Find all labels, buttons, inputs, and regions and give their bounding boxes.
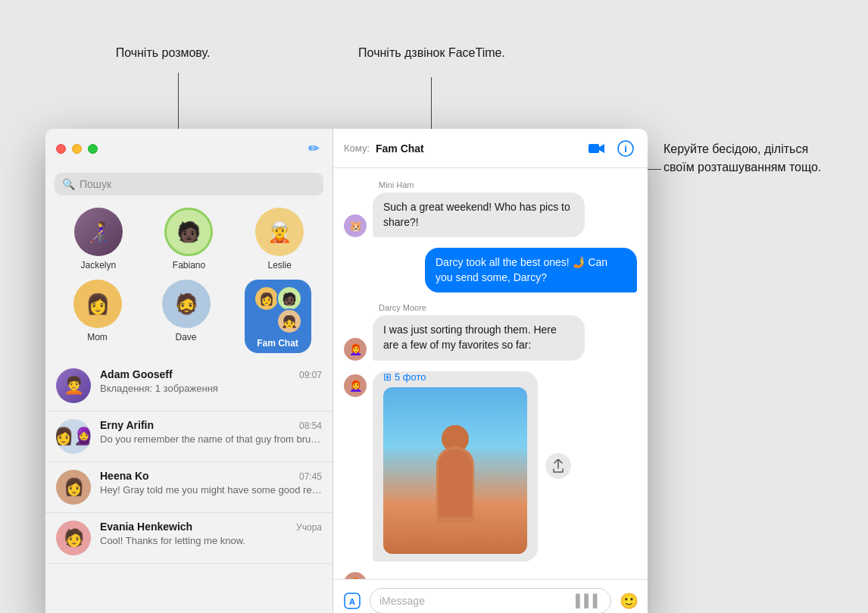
- photo-bubble-wrapper: ⊞ 5 фото: [373, 371, 538, 561]
- chat-to-label: Кому:: [344, 142, 370, 154]
- conv-time-heena: 07:45: [299, 471, 322, 482]
- avatar-heena: 👩: [56, 470, 91, 505]
- avatar-evania: 🧑: [56, 521, 91, 555]
- conv-time-erny: 08:54: [299, 421, 322, 431]
- conv-time-evania: Учора: [296, 522, 322, 533]
- message-input[interactable]: iMessage ▌▌▌: [370, 588, 611, 614]
- avatar-darcy-bottom: 👩‍🦰: [344, 572, 367, 579]
- group-avatar-famchat: 👩 🧑🏿 👧: [254, 286, 302, 334]
- photo-link[interactable]: ⊞ 5 фото: [373, 371, 538, 387]
- grid-icon: ⊞: [383, 371, 392, 383]
- info-button[interactable]: i: [614, 137, 637, 160]
- pinned-contact-leslie[interactable]: 🧝 Leslie: [249, 208, 310, 271]
- conversation-list: 🧑‍🦱 Adam Gooseff 09:07 Вкладення: 1 зобр…: [45, 361, 333, 613]
- bubble-miniham: Such a great weekend! Who has pics to sh…: [373, 192, 585, 237]
- facetime-button[interactable]: [585, 137, 608, 160]
- svg-text:i: i: [624, 143, 627, 155]
- message-photos: 👩‍🦰 ⊞ 5 фото: [344, 371, 637, 561]
- avatar-darcy: 👩‍🦰: [344, 338, 367, 361]
- avatar-wrapper-fabiano: 🧑🏿: [164, 208, 213, 256]
- pinned-contact-famchat[interactable]: 👩 🧑🏿 👧 Fam Chat: [245, 280, 311, 353]
- pinned-label-mom: Mom: [87, 332, 108, 342]
- conv-preview-erny: Do you remember the name of that guy fro…: [100, 433, 322, 445]
- photo-msg-row: 👩‍🦰 ⊞ 5 фото: [344, 371, 637, 561]
- minimize-button[interactable]: [72, 144, 82, 154]
- titlebar: ✏: [45, 129, 333, 168]
- photo-bubble: ⊞ 5 фото: [373, 371, 538, 561]
- conv-time-adam: 09:07: [299, 370, 322, 380]
- maximize-button[interactable]: [88, 144, 98, 154]
- sender-name-miniham: Mini Ham: [379, 180, 637, 189]
- pinned-label-fabiano: Fabiano: [173, 260, 205, 271]
- sender-name-darcy: Darcy Moore: [379, 303, 637, 312]
- conv-header-heena: Heena Ko 07:45: [100, 470, 322, 482]
- pinned-contact-dave[interactable]: 🧔 Dave: [156, 280, 217, 353]
- conv-preview-adam: Вкладення: 1 зображення: [100, 383, 322, 394]
- share-button[interactable]: [545, 453, 571, 479]
- message-placeholder: iMessage: [379, 595, 571, 607]
- conv-body-heena: Heena Ko 07:45 Hey! Gray told me you mig…: [100, 470, 322, 496]
- avatar-darcy-photo: 👩‍🦰: [344, 374, 367, 397]
- avatar-dave: 🧔: [162, 280, 211, 328]
- photo-preview: [383, 387, 527, 554]
- avatar-adam: 🧑‍🦱: [56, 368, 91, 403]
- sidebar: ✏ 🔍 Пошук 👩‍🦯 Jackelyn: [45, 129, 333, 613]
- avatar-wrapper-leslie: 🧝: [255, 208, 304, 256]
- pinned-label-jackelyn: Jackelyn: [80, 260, 116, 271]
- svg-text:A: A: [349, 596, 355, 605]
- bubble-outgoing: Darcy took all the best ones! 🤳 Can you …: [425, 248, 637, 292]
- avatar-miniham: 🐹: [344, 214, 367, 237]
- share-icon: [552, 459, 564, 473]
- chat-area: Кому: Fam Chat i: [333, 129, 648, 613]
- conv-body-evania: Evania Henkewich Учора Cool! Thanks for …: [100, 521, 322, 546]
- pinned-label-dave: Dave: [175, 332, 196, 342]
- msg-row-outgoing: Darcy took all the best ones! 🤳 Can you …: [344, 248, 637, 292]
- message-miniham: Mini Ham 🐹 Such a great weekend! Who has…: [344, 180, 637, 237]
- pinned-label-leslie: Leslie: [267, 260, 291, 271]
- conversation-item-evania[interactable]: 🧑 Evania Henkewich Учора Cool! Thanks fo…: [45, 513, 333, 564]
- pinned-contact-fabiano[interactable]: 🧑🏿 Fabiano: [158, 208, 219, 271]
- chat-header: Кому: Fam Chat i: [333, 129, 648, 168]
- search-placeholder: Пошук: [80, 178, 111, 190]
- conv-name-heena: Heena Ko: [100, 470, 149, 482]
- msg-row-miniham: 🐹 Such a great weekend! Who has pics to …: [344, 192, 637, 237]
- video-icon: [589, 142, 605, 155]
- conversation-item-adam[interactable]: 🧑‍🦱 Adam Gooseff 09:07 Вкладення: 1 зобр…: [45, 361, 333, 411]
- search-bar[interactable]: 🔍 Пошук: [55, 173, 323, 195]
- app-store-icon: A: [344, 593, 361, 609]
- message-outgoing: Darcy took all the best ones! 🤳 Can you …: [344, 248, 637, 292]
- avatar-erny: 👩‍🧕: [56, 419, 91, 454]
- close-button[interactable]: [56, 144, 66, 154]
- avatar-wrapper-mom: 👩: [73, 280, 122, 328]
- page-wrapper: Почніть розмову. Почніть дзвінок FaceTim…: [30, 30, 838, 613]
- message-darcy: Darcy Moore 👩‍🦰 I was just sorting throu…: [344, 303, 637, 360]
- emoji-button[interactable]: 🙂: [617, 590, 640, 612]
- compose-button[interactable]: ✏: [305, 140, 322, 157]
- bubble-darcy: I was just sorting through them. Here ar…: [373, 315, 585, 360]
- search-icon: 🔍: [62, 178, 75, 190]
- conv-preview-evania: Cool! Thanks for letting me know.: [100, 535, 322, 546]
- conv-name-evania: Evania Henkewich: [100, 521, 192, 533]
- pinned-row-2: 👩 Mom 🧔 Dave: [45, 280, 333, 353]
- app-store-button[interactable]: A: [341, 590, 364, 612]
- pinned-contact-jackelyn[interactable]: 👩‍🦯 Jackelyn: [68, 208, 129, 271]
- pinned-contact-mom[interactable]: 👩 Mom: [67, 280, 128, 353]
- conversation-item-heena[interactable]: 👩 Heena Ko 07:45 Hey! Gray told me you m…: [45, 462, 333, 513]
- avatar-wrapper-jackelyn: 👩‍🦯: [74, 208, 123, 256]
- avatar-fabiano: 🧑🏿: [164, 208, 213, 256]
- chat-recipient: Fam Chat: [376, 142, 579, 155]
- person-silhouette: [425, 425, 486, 554]
- dictate-icon: ▌▌▌: [576, 594, 601, 608]
- messages-area: Mini Ham 🐹 Such a great weekend! Who has…: [333, 168, 648, 579]
- photo-count: 5 фото: [395, 371, 426, 383]
- pinned-label-famchat: Fam Chat: [257, 338, 298, 349]
- msg-row-darcy: 👩‍🦰 I was just sorting through them. Her…: [344, 315, 637, 360]
- annotation-manage: Керуйте бесідою, діліться своїм розташув…: [663, 140, 830, 177]
- svg-rect-0: [589, 144, 599, 153]
- avatar-mom: 👩: [73, 280, 122, 328]
- conversation-item-erny[interactable]: 👩‍🧕 Erny Arifin 08:54 Do you remember th…: [45, 411, 333, 462]
- pinned-row-1: 👩‍🦯 Jackelyn 🧑🏿 Fabiano: [45, 208, 333, 271]
- conv-name-erny: Erny Arifin: [100, 419, 154, 431]
- chat-input-area: A iMessage ▌▌▌ 🙂: [333, 579, 648, 613]
- conv-header-erny: Erny Arifin 08:54: [100, 419, 322, 431]
